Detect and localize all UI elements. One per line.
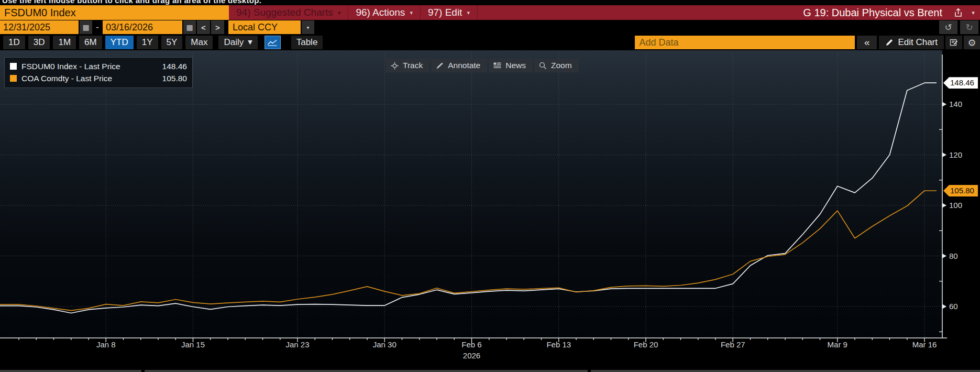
range-button-1M[interactable]: 1M: [53, 36, 76, 49]
export-button[interactable]: [950, 5, 966, 20]
edit-chart-label: Edit Chart: [898, 37, 938, 48]
menu-actions-label: 96) Actions: [356, 7, 405, 18]
annotate-button[interactable]: Annotate: [431, 59, 487, 72]
last-price-badge-coa: 105.80: [943, 185, 978, 196]
menu-suggested-charts[interactable]: 94) Suggested Charts ▾: [229, 5, 348, 20]
double-chevron-left-icon: «: [864, 37, 870, 48]
chevron-down-icon: ▾: [338, 9, 341, 16]
series-swatch-white: [10, 63, 17, 70]
range-button-YTD[interactable]: YTD: [105, 36, 134, 49]
table-label: Table: [296, 37, 318, 47]
svg-text:Mar 16: Mar 16: [912, 340, 937, 349]
chart-toolbar: Track Annotate News Zoom: [386, 59, 579, 72]
svg-text:80: 80: [949, 251, 958, 260]
note-edit-icon: [950, 38, 959, 47]
start-date-field[interactable]: [0, 20, 79, 34]
bottom-window-edge: [0, 370, 980, 372]
currency-dropdown-button[interactable]: ▾: [302, 20, 314, 34]
news-icon: [493, 62, 501, 69]
chevron-down-icon: ▾: [306, 25, 309, 30]
svg-text:Mar 9: Mar 9: [828, 340, 847, 349]
clipped-hint-text: Use the left mouse button to click and d…: [2, 0, 980, 5]
news-button[interactable]: News: [489, 59, 533, 72]
menu-suggested-charts-label: 94) Suggested Charts: [236, 7, 333, 18]
undo-icon: ↺: [944, 22, 952, 32]
calendar-icon: ▦: [186, 23, 193, 31]
page-title: G 19: Dubai Physical vs Brent: [803, 5, 950, 20]
redo-button[interactable]: ↻: [960, 20, 978, 34]
chart-legend: FSDUM0 Index - Last Price 148.46 COA Com…: [4, 57, 193, 88]
range-button-6M[interactable]: 6M: [79, 36, 102, 49]
chart-area: Jan 8Jan 15Jan 23Jan 30Feb 6Feb 13Feb 20…: [0, 50, 980, 372]
range-bar: 1D3D1M6MYTD1Y5YMax Daily ▼ Table « Edit …: [0, 35, 980, 50]
track-button[interactable]: Track: [386, 59, 430, 72]
annotate-pencil-icon: [436, 62, 444, 70]
svg-text:Jan 8: Jan 8: [96, 340, 116, 349]
security-input[interactable]: [0, 5, 229, 20]
undo-button[interactable]: ↺: [939, 20, 957, 34]
menu-edit[interactable]: 97) Edit ▾: [421, 5, 478, 20]
menu-bar: 94) Suggested Charts ▾ 96) Actions ▾ 97)…: [229, 5, 980, 20]
svg-text:Feb 20: Feb 20: [634, 340, 658, 349]
chevron-left-icon: <: [201, 23, 206, 32]
chart-settings-button[interactable]: [945, 36, 962, 49]
svg-text:Feb 6: Feb 6: [461, 340, 481, 349]
chart-canvas[interactable]: Jan 8Jan 15Jan 23Jan 30Feb 6Feb 13Feb 20…: [0, 50, 980, 372]
last-price-badge-fsdum0: 148.46: [943, 77, 978, 89]
date-range-separator: -: [92, 22, 103, 33]
range-button-Max[interactable]: Max: [185, 36, 213, 49]
menu-actions[interactable]: 96) Actions ▾: [348, 5, 421, 20]
range-button-3D[interactable]: 3D: [28, 36, 50, 49]
currency-select[interactable]: Local CCY: [228, 20, 301, 34]
gear-icon: ⚙: [967, 37, 976, 48]
frequency-label: Daily: [224, 36, 244, 49]
svg-text:Jan 30: Jan 30: [373, 340, 397, 349]
shift-back-button[interactable]: <: [197, 20, 210, 34]
table-button[interactable]: Table: [291, 36, 323, 49]
menu-edit-label: 97) Edit: [428, 7, 462, 18]
chevron-down-icon: ▾: [410, 9, 413, 16]
svg-text:60: 60: [949, 302, 958, 311]
svg-text:100: 100: [949, 201, 962, 210]
legend-label: COA Comdty - Last Price: [21, 74, 112, 83]
range-bar-right: « Edit Chart ⚙: [635, 35, 980, 50]
series-swatch-orange: [10, 75, 17, 82]
chevron-down-icon: ▾: [467, 9, 470, 16]
svg-text:Feb 27: Feb 27: [721, 340, 745, 349]
zoom-button[interactable]: Zoom: [534, 59, 579, 72]
add-data-input[interactable]: [635, 36, 855, 49]
annotate-label: Annotate: [448, 61, 480, 70]
range-button-1Y[interactable]: 1Y: [137, 36, 158, 49]
edit-chart-button[interactable]: Edit Chart: [879, 36, 944, 49]
svg-text:140: 140: [949, 100, 962, 108]
range-button-5Y[interactable]: 5Y: [161, 36, 183, 49]
settings-button[interactable]: ⚙: [964, 36, 980, 49]
title-dropdown-button[interactable]: ▾: [966, 5, 980, 20]
title-bar: 94) Suggested Charts ▾ 96) Actions ▾ 97)…: [0, 5, 980, 20]
undo-redo-group: ↺ ↻: [939, 20, 978, 34]
svg-text:120: 120: [949, 150, 962, 159]
track-label: Track: [403, 61, 423, 70]
svg-text:Feb 13: Feb 13: [546, 340, 571, 349]
end-calendar-button[interactable]: ▦: [183, 20, 196, 34]
legend-last-price: 148.46: [162, 62, 187, 71]
end-date-field[interactable]: [103, 20, 182, 34]
shift-forward-button[interactable]: >: [211, 20, 224, 34]
range-button-group: 1D3D1M6MYTD1Y5YMax: [0, 36, 214, 49]
magnifier-icon: [539, 62, 547, 70]
range-button-1D[interactable]: 1D: [3, 36, 25, 49]
svg-text:2026: 2026: [463, 351, 480, 360]
start-calendar-button[interactable]: ▦: [80, 20, 92, 34]
legend-item-fsdum0[interactable]: FSDUM0 Index - Last Price 148.46: [10, 60, 187, 72]
legend-item-coa[interactable]: COA Comdty - Last Price 105.80: [10, 72, 187, 84]
frequency-select[interactable]: Daily ▼: [218, 36, 257, 49]
collapse-panel-button[interactable]: «: [857, 36, 877, 49]
legend-last-price: 105.80: [162, 74, 187, 83]
share-icon: [953, 8, 963, 18]
news-label: News: [505, 61, 526, 70]
svg-text:Jan 23: Jan 23: [285, 340, 309, 349]
chart-type-button[interactable]: [265, 36, 281, 49]
date-bar: ▦ - ▦ < > Local CCY ▾ ↺ ↻: [0, 20, 980, 35]
clipped-hint-strip: Use the left mouse button to click and d…: [0, 0, 980, 5]
legend-label: FSDUM0 Index - Last Price: [21, 62, 120, 71]
